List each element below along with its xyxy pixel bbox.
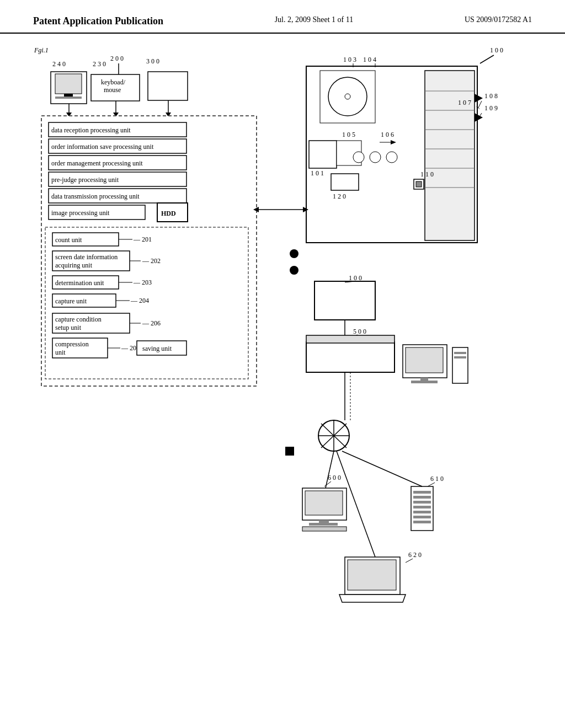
svg-line-155 bbox=[326, 451, 334, 488]
svg-rect-106 bbox=[416, 181, 422, 187]
svg-rect-49 bbox=[52, 294, 116, 307]
svg-rect-148 bbox=[413, 521, 431, 523]
svg-marker-159 bbox=[303, 207, 308, 212]
svg-marker-160 bbox=[253, 207, 259, 212]
svg-rect-20 bbox=[41, 116, 257, 386]
publication-meta: Jul. 2, 2009 Sheet 1 of 11 bbox=[275, 15, 354, 24]
svg-point-80 bbox=[328, 77, 367, 116]
svg-text:205: 205 bbox=[137, 347, 147, 355]
svg-text:2 3 0: 2 3 0 bbox=[93, 60, 106, 68]
svg-text:mouse: mouse bbox=[104, 86, 121, 94]
svg-text:HDD: HDD bbox=[161, 210, 176, 217]
svg-text:1 0 7: 1 0 7 bbox=[458, 99, 471, 106]
svg-rect-96 bbox=[337, 141, 361, 165]
svg-rect-144 bbox=[413, 501, 431, 504]
svg-marker-16 bbox=[113, 113, 119, 117]
svg-line-156 bbox=[342, 451, 422, 486]
svg-text:1 0 0: 1 0 0 bbox=[349, 274, 362, 282]
svg-rect-146 bbox=[413, 511, 431, 513]
svg-line-140 bbox=[428, 483, 435, 486]
svg-rect-102 bbox=[331, 174, 359, 190]
svg-text:1 0 6: 1 0 6 bbox=[381, 131, 394, 138]
svg-point-107 bbox=[290, 249, 299, 258]
svg-text:data reception processing unit: data reception processing unit bbox=[51, 126, 131, 134]
svg-marker-19 bbox=[166, 113, 171, 117]
svg-rect-136 bbox=[319, 520, 329, 524]
svg-rect-6 bbox=[51, 72, 87, 104]
svg-line-67 bbox=[480, 55, 494, 63]
svg-rect-142 bbox=[413, 491, 431, 494]
svg-rect-23 bbox=[49, 139, 186, 153]
svg-text:4 0 0: 4 0 0 bbox=[419, 346, 433, 354]
svg-text:1 0 0: 1 0 0 bbox=[490, 46, 503, 54]
svg-rect-123 bbox=[454, 352, 466, 354]
svg-rect-145 bbox=[413, 506, 431, 508]
svg-text:compression: compression bbox=[55, 340, 89, 348]
svg-text:2 4 0: 2 4 0 bbox=[52, 60, 66, 68]
svg-marker-11 bbox=[66, 113, 72, 117]
svg-text:image processing unit: image processing unit bbox=[51, 209, 110, 217]
svg-rect-134 bbox=[302, 488, 347, 520]
svg-text:6 1 0: 6 1 0 bbox=[430, 475, 444, 483]
svg-rect-121 bbox=[411, 381, 438, 383]
svg-rect-69 bbox=[306, 66, 477, 243]
svg-rect-151 bbox=[345, 557, 400, 595]
svg-text:data transmission processing u: data transmission processing unit bbox=[51, 192, 140, 200]
patent-number: US 2009/0172582 A1 bbox=[465, 15, 532, 24]
svg-rect-109 bbox=[315, 281, 375, 320]
svg-rect-25 bbox=[49, 156, 186, 170]
svg-rect-7 bbox=[55, 74, 82, 94]
svg-point-108 bbox=[290, 266, 299, 275]
svg-text:3 0 0: 3 0 0 bbox=[146, 57, 159, 65]
page: Patent Application Publication Jul. 2, 2… bbox=[0, 0, 565, 728]
svg-text:1 0 8: 1 0 8 bbox=[484, 92, 498, 100]
svg-rect-143 bbox=[413, 496, 431, 499]
svg-text:pre-judge processing unit: pre-judge processing unit bbox=[51, 176, 119, 184]
svg-text:6 2 0: 6 2 0 bbox=[408, 551, 422, 559]
svg-text:1 1 0: 1 1 0 bbox=[420, 170, 434, 178]
svg-text:keyboad/: keyboad/ bbox=[101, 78, 126, 86]
svg-text:unit: unit bbox=[55, 349, 66, 356]
svg-rect-79 bbox=[320, 71, 375, 123]
svg-point-97 bbox=[353, 152, 364, 163]
svg-rect-36 bbox=[52, 233, 119, 246]
svg-text:order information save process: order information save processing unit bbox=[51, 143, 154, 151]
svg-marker-101 bbox=[391, 140, 396, 144]
svg-rect-33 bbox=[157, 203, 188, 222]
svg-text:count unit: count unit bbox=[55, 236, 82, 244]
svg-rect-135 bbox=[305, 491, 343, 515]
svg-rect-35 bbox=[45, 227, 248, 379]
svg-marker-90 bbox=[475, 113, 483, 122]
svg-text:— 201: — 201 bbox=[133, 235, 152, 243]
svg-rect-124 bbox=[454, 356, 466, 358]
page-header: Patent Application Publication Jul. 2, 2… bbox=[0, 0, 565, 34]
svg-rect-59 bbox=[52, 338, 108, 358]
svg-text:6 0 0: 6 0 0 bbox=[328, 474, 341, 481]
svg-rect-40 bbox=[52, 251, 130, 271]
svg-point-81 bbox=[345, 94, 350, 99]
svg-text:determination unit: determination unit bbox=[55, 279, 104, 287]
svg-rect-119 bbox=[406, 347, 443, 373]
svg-rect-29 bbox=[49, 189, 186, 203]
svg-rect-122 bbox=[452, 347, 468, 383]
svg-line-157 bbox=[337, 451, 375, 557]
svg-line-75 bbox=[478, 101, 482, 108]
svg-rect-21 bbox=[49, 122, 186, 137]
svg-rect-115 bbox=[306, 335, 395, 343]
svg-text:saving unit: saving unit bbox=[142, 345, 172, 352]
svg-rect-141 bbox=[411, 486, 433, 531]
svg-text:1 2 0: 1 2 0 bbox=[333, 192, 346, 200]
svg-marker-76 bbox=[476, 106, 480, 109]
svg-text:— 207: — 207 bbox=[121, 344, 140, 352]
svg-rect-31 bbox=[49, 205, 145, 220]
svg-text:1 0 5: 1 0 5 bbox=[342, 131, 355, 138]
svg-line-129 bbox=[321, 424, 347, 448]
svg-text:setup unit: setup unit bbox=[55, 324, 82, 331]
svg-rect-147 bbox=[413, 516, 431, 518]
svg-line-150 bbox=[406, 559, 413, 563]
svg-point-126 bbox=[318, 420, 349, 451]
svg-marker-68 bbox=[478, 62, 482, 65]
svg-rect-27 bbox=[49, 172, 186, 186]
svg-text:capture condition: capture condition bbox=[55, 315, 102, 323]
svg-rect-45 bbox=[52, 276, 119, 289]
